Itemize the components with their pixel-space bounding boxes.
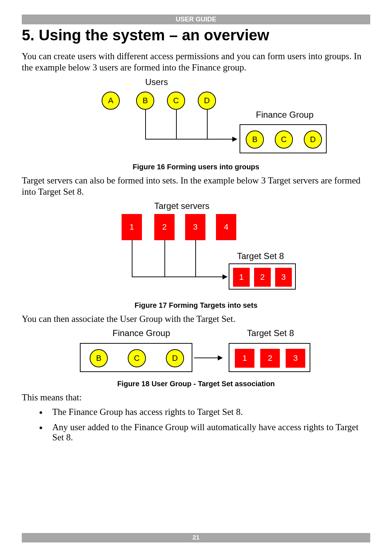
- figure-18-caption: Figure 18 User Group - Target Set associ…: [22, 380, 370, 388]
- bullet-1: The Finance Group has access rights to T…: [47, 407, 370, 417]
- user-b-icon: B: [136, 92, 154, 110]
- intro-paragraph-1: You can create users with different acce…: [22, 51, 370, 73]
- figure-16-diagram: Users A B C D Finance Group B C D: [65, 77, 327, 161]
- intro-paragraph-2: Target servers can also be formed into s…: [22, 175, 370, 198]
- bullet-2: Any user added to the Finance Group will…: [47, 422, 370, 443]
- server-2-icon: 2: [154, 214, 175, 240]
- fig18-user-b-icon: B: [90, 349, 108, 367]
- finance-group-label: Finance Group: [256, 110, 314, 120]
- server-4-icon: 4: [216, 214, 236, 240]
- figure-17-caption: Figure 17 Forming Targets into sets: [22, 301, 370, 310]
- server-1-icon: 1: [122, 214, 142, 240]
- group-user-d-icon: D: [304, 130, 322, 149]
- fig18-server-1-icon: 1: [235, 349, 254, 368]
- server-3-icon: 3: [185, 214, 205, 240]
- target-set-box: 1 2 3: [229, 263, 296, 290]
- user-c-icon: C: [167, 92, 185, 110]
- target-set-label: Target Set 8: [237, 251, 284, 261]
- figure-17-diagram: Target servers 1 2 3 4 Target Set 8 1 2 …: [85, 201, 307, 299]
- fig18-finance-group-box: B C D: [80, 343, 192, 372]
- figure-16-caption: Figure 16 Forming users into groups: [22, 163, 370, 171]
- means-that: This means that:: [22, 392, 370, 403]
- header-bar: USER GUIDE: [22, 15, 370, 24]
- arrow-icon: [218, 355, 223, 360]
- figure-18-diagram: B C D 1 2 3: [80, 341, 312, 378]
- fig18-user-c-icon: C: [128, 349, 146, 367]
- fig18-set-label: Target Set 8: [247, 328, 294, 338]
- set-server-3-icon: 3: [275, 268, 292, 287]
- finance-group-box: B C D: [240, 124, 327, 153]
- group-user-b-icon: B: [246, 130, 264, 149]
- set-server-2-icon: 2: [254, 268, 271, 287]
- fig18-user-d-icon: D: [166, 349, 184, 367]
- user-a-icon: A: [102, 92, 120, 110]
- arrow-icon: [232, 137, 237, 142]
- bullet-list: The Finance Group has access rights to T…: [47, 407, 370, 443]
- target-servers-label: Target servers: [154, 201, 209, 211]
- fig18-group-label: Finance Group: [113, 328, 170, 338]
- user-d-icon: D: [198, 92, 216, 110]
- users-label: Users: [145, 77, 168, 87]
- arrow-icon: [222, 274, 228, 279]
- group-user-c-icon: C: [275, 130, 293, 149]
- fig18-server-2-icon: 2: [260, 349, 280, 368]
- footer-page-number: 21: [22, 533, 370, 542]
- set-server-1-icon: 1: [233, 268, 250, 287]
- fig18-target-set-box: 1 2 3: [229, 343, 310, 372]
- fig18-server-3-icon: 3: [286, 349, 305, 368]
- intro-paragraph-3: You can then associate the User Group wi…: [22, 313, 370, 324]
- page-title: 5. Using the system – an overview: [22, 27, 370, 44]
